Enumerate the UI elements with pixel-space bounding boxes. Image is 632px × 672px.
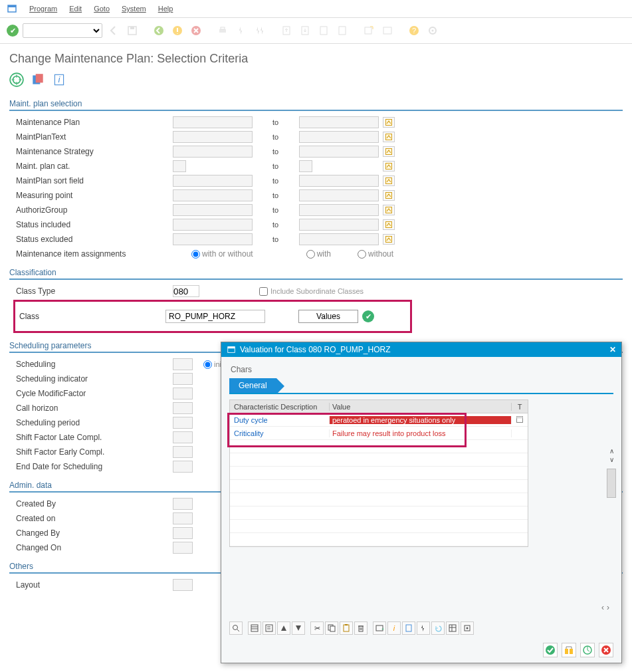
multiple-selection-icon[interactable] xyxy=(383,161,395,171)
chars-scrollbar[interactable]: ∧ ∨ xyxy=(607,447,616,498)
from-input[interactable] xyxy=(173,233,253,245)
from-input[interactable] xyxy=(173,204,253,216)
shortcut-icon[interactable] xyxy=(380,23,395,38)
new-session-icon[interactable] xyxy=(362,23,376,38)
page-down-icon[interactable] xyxy=(316,23,331,38)
multiple-selection-icon[interactable] xyxy=(383,146,395,157)
to-input[interactable] xyxy=(299,189,379,201)
detail-icon[interactable] xyxy=(229,621,243,635)
radio-without[interactable]: without xyxy=(358,249,393,259)
select-all-icon[interactable] xyxy=(248,621,261,635)
nav-back-icon[interactable] xyxy=(152,23,166,38)
to-input[interactable] xyxy=(299,116,379,128)
menu-goto[interactable]: Goto xyxy=(94,5,110,13)
chars-row[interactable]: Duty cycleperatoed in emergency situatio… xyxy=(230,413,528,427)
save-icon[interactable] xyxy=(125,23,140,38)
nav-left-icon[interactable]: ‹ xyxy=(601,603,604,612)
include-subordinate-checkbox[interactable]: Include Subordinate Classes xyxy=(259,287,364,296)
class-input[interactable] xyxy=(165,310,265,323)
info-icon[interactable]: i xyxy=(52,72,66,87)
to-input[interactable] xyxy=(299,146,379,158)
scroll-thumb[interactable] xyxy=(607,469,616,498)
radio-with[interactable]: with xyxy=(306,249,331,259)
multiple-selection-icon[interactable] xyxy=(383,234,395,245)
from-input[interactable] xyxy=(173,131,253,143)
back-icon[interactable] xyxy=(106,23,121,38)
confirm-refresh-icon[interactable] xyxy=(580,643,595,657)
to-input[interactable] xyxy=(299,204,379,216)
to-input[interactable] xyxy=(299,219,379,231)
sched-input[interactable] xyxy=(173,402,193,414)
layout-input[interactable] xyxy=(173,579,193,591)
sort-asc-icon[interactable] xyxy=(277,621,290,635)
admin-input[interactable] xyxy=(173,527,193,539)
settings-icon[interactable] xyxy=(461,621,474,635)
undo-icon[interactable] xyxy=(431,621,445,635)
delete-icon[interactable] xyxy=(354,621,368,635)
multiple-selection-icon[interactable] xyxy=(383,132,395,142)
from-input[interactable] xyxy=(173,219,253,231)
to-input[interactable] xyxy=(299,175,379,187)
sched-input[interactable] xyxy=(173,446,193,458)
from-input[interactable] xyxy=(173,146,253,158)
class-type-input[interactable] xyxy=(173,285,199,297)
from-input[interactable] xyxy=(173,175,253,187)
doc-icon[interactable] xyxy=(402,621,415,635)
radio-with-or-without[interactable]: with or without xyxy=(191,249,253,259)
variant-icon[interactable] xyxy=(31,72,45,87)
menu-edit[interactable]: Edit xyxy=(69,5,82,13)
execute-icon[interactable] xyxy=(9,72,24,87)
from-input[interactable] xyxy=(173,189,253,201)
cut-icon[interactable]: ✂ xyxy=(310,621,324,635)
command-field[interactable] xyxy=(23,23,102,38)
admin-input[interactable] xyxy=(173,512,193,524)
customize-icon[interactable] xyxy=(425,23,440,38)
to-input[interactable] xyxy=(299,233,379,245)
multiple-selection-icon[interactable] xyxy=(383,117,395,128)
page-up-icon[interactable] xyxy=(298,23,312,38)
multiple-selection-icon[interactable] xyxy=(383,219,395,230)
sched-input[interactable] xyxy=(173,373,193,385)
to-input[interactable] xyxy=(299,131,379,143)
scroll-down-icon[interactable]: ∨ xyxy=(609,456,614,463)
find-icon[interactable] xyxy=(234,23,249,38)
tab-general[interactable]: General xyxy=(229,378,276,393)
popup-close-icon[interactable]: ✕ xyxy=(609,345,616,354)
insert-row-icon[interactable]: + xyxy=(373,621,386,635)
menu-help[interactable]: Help xyxy=(158,5,173,13)
help-icon[interactable]: ? xyxy=(407,23,421,38)
sort-desc-icon[interactable] xyxy=(292,621,305,635)
nav-cancel-icon[interactable] xyxy=(189,23,203,38)
table-icon[interactable] xyxy=(446,621,459,635)
multiple-selection-icon[interactable] xyxy=(383,175,395,186)
to-input[interactable] xyxy=(299,160,312,172)
admin-input[interactable] xyxy=(173,542,193,554)
nav-right-icon[interactable]: › xyxy=(607,603,609,612)
chars-row[interactable]: CriticalityFailure may result into produ… xyxy=(230,427,528,440)
confirm-cancel-icon[interactable] xyxy=(599,643,613,657)
confirm-ok-icon[interactable] xyxy=(543,643,558,657)
nav-exit-icon[interactable] xyxy=(170,23,185,38)
page-last-icon[interactable] xyxy=(335,23,350,38)
copy-icon[interactable] xyxy=(325,621,338,635)
sched-input[interactable] xyxy=(173,417,193,429)
from-input[interactable] xyxy=(173,160,186,172)
find2-icon[interactable] xyxy=(417,621,430,635)
sched-input[interactable] xyxy=(173,431,193,443)
values-button[interactable]: Values xyxy=(298,310,358,323)
deselect-all-icon[interactable] xyxy=(263,621,276,635)
multiple-selection-icon[interactable] xyxy=(383,190,395,201)
page-first-icon[interactable] xyxy=(279,23,294,38)
char-value-cell[interactable]: Failure may result into product loss xyxy=(330,429,512,437)
sched-input[interactable] xyxy=(173,358,193,370)
sched-input[interactable] xyxy=(173,461,193,473)
char-value-cell[interactable]: peratoed in emergency situations only xyxy=(330,416,512,424)
print-icon[interactable] xyxy=(215,23,230,38)
menu-system[interactable]: System xyxy=(122,5,146,13)
find-next-icon[interactable] xyxy=(253,23,267,38)
from-input[interactable] xyxy=(173,116,253,128)
multiple-selection-icon[interactable] xyxy=(383,205,395,215)
admin-input[interactable] xyxy=(173,498,193,510)
enter-icon[interactable]: ✔ xyxy=(7,25,19,37)
menu-program[interactable]: Program xyxy=(29,5,57,13)
